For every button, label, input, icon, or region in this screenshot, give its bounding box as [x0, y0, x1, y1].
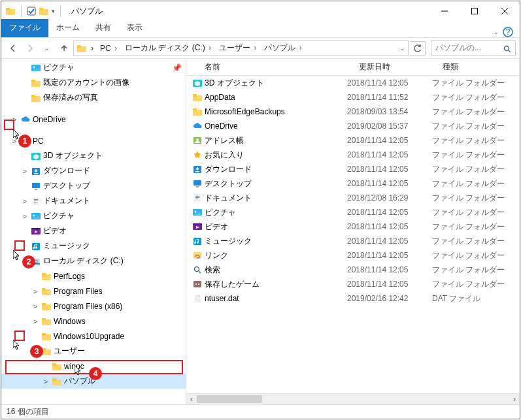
tree-label: 保存済みの写真: [42, 92, 98, 103]
tree-item[interactable]: >Windows: [1, 314, 186, 329]
address-box[interactable]: › PC › ローカル ディスク (C:) › ユーザー › パソブル › ⌄: [73, 40, 409, 56]
nav-back-button[interactable]: [5, 40, 21, 56]
minimize-button[interactable]: [429, 1, 460, 21]
ribbon-help[interactable]: ⌄ ?: [494, 27, 520, 37]
list-row[interactable]: MicrosoftEdgeBackups2018/09/03 13:54ファイル…: [186, 105, 520, 119]
tab-share[interactable]: 共有: [88, 19, 119, 37]
tree-item[interactable]: ピクチャ📌: [1, 60, 186, 75]
horizontal-scrollbar[interactable]: ‹ ›: [186, 393, 520, 404]
refresh-button[interactable]: [410, 41, 426, 56]
tab-file[interactable]: ファイル: [1, 19, 48, 37]
column-date[interactable]: 更新日時: [359, 61, 443, 73]
tree-label: Windows10Upgrade: [52, 332, 124, 341]
column-type[interactable]: 種類: [443, 61, 520, 73]
tree-item[interactable]: Windows10Upgrade: [1, 329, 186, 344]
folder-icon: [190, 92, 205, 103]
breadcrumb-disk[interactable]: ローカル ディスク (C:) ›: [122, 42, 215, 54]
list-row[interactable]: ドキュメント2018/12/08 16:29ファイル フォルダー: [186, 191, 520, 205]
tree-item[interactable]: 保存済みの写真: [1, 90, 186, 105]
nav-up-button[interactable]: [56, 40, 72, 56]
item-type: ファイル フォルダー: [432, 92, 511, 103]
item-date: 2018/11/14 12:05: [347, 265, 432, 274]
3d-icon: [30, 151, 42, 161]
item-type: ファイル フォルダー: [432, 106, 511, 118]
tree-item[interactable]: PerfLogs: [1, 268, 186, 283]
window-title: パソブル: [67, 6, 429, 17]
tree-item[interactable]: 3D オブジェクト: [1, 148, 186, 163]
expander-icon[interactable]: >: [20, 167, 30, 175]
tab-view[interactable]: 表示: [119, 19, 150, 37]
tree-item[interactable]: 既定のアカウントの画像: [1, 75, 186, 90]
list-row[interactable]: アドレス帳2018/11/14 12:05ファイル フォルダー: [186, 133, 520, 148]
tree-item[interactable]: >ダウンロード: [1, 163, 186, 178]
help-icon[interactable]: ?: [503, 27, 513, 37]
tree-item[interactable]: >Program Files: [1, 283, 186, 299]
expander-icon[interactable]: >: [30, 317, 41, 325]
tree-item[interactable]: ミュージック: [1, 238, 186, 253]
file-icon: [190, 293, 205, 304]
nav-history-dropdown[interactable]: ⌄: [39, 40, 55, 56]
address-dropdown-icon[interactable]: ⌄: [400, 45, 405, 52]
folder-icon: [51, 376, 63, 387]
column-headers[interactable]: 名前 更新日時 種類: [186, 59, 520, 76]
tree-item[interactable]: >OneDrive: [1, 112, 186, 127]
scroll-left-icon[interactable]: ‹: [186, 394, 197, 404]
list-row[interactable]: お気に入り2018/11/14 12:05ファイル フォルダー: [186, 148, 520, 162]
list-row[interactable]: 3D オブジェクト2018/11/14 12:05ファイル フォルダー: [186, 76, 520, 90]
expander-icon[interactable]: >: [30, 287, 41, 295]
tree-item[interactable]: デスクトップ: [1, 178, 186, 193]
close-button[interactable]: [490, 1, 520, 21]
tree-label: 既定のアカウントの画像: [42, 77, 129, 88]
item-type: ファイル フォルダー: [432, 236, 511, 247]
list-row[interactable]: AppData2018/11/14 11:52ファイル フォルダー: [186, 90, 520, 105]
item-date: 2018/11/14 12:05: [347, 236, 432, 246]
list-row[interactable]: 保存したゲーム2018/11/14 12:05ファイル フォルダー: [186, 277, 520, 291]
nav-forward-button[interactable]: [22, 40, 38, 56]
tab-home[interactable]: ホーム: [48, 19, 88, 37]
search-input[interactable]: パソブルの...: [431, 40, 516, 56]
pictures-icon: [30, 211, 42, 221]
scroll-thumb[interactable]: [197, 395, 262, 403]
ribbon-expand-icon[interactable]: ⌄: [494, 29, 499, 35]
list-row[interactable]: ダウンロード2018/11/14 12:05ファイル フォルダー: [186, 162, 520, 176]
expander-icon[interactable]: >: [20, 212, 30, 220]
expander-icon[interactable]: >: [30, 302, 41, 310]
search-placeholder: パソブルの...: [435, 42, 502, 54]
folder-icon: [41, 271, 52, 282]
list-row[interactable]: ミュージック2018/11/14 12:05ファイル フォルダー: [186, 234, 520, 248]
list-row[interactable]: OneDrive2019/02/08 15:37ファイル フォルダー: [186, 119, 520, 133]
properties-checkbox-icon[interactable]: [27, 7, 36, 16]
tree-item[interactable]: >ピクチャ: [1, 208, 186, 223]
breadcrumb-pc[interactable]: PC ›: [97, 44, 121, 53]
list-row[interactable]: ピクチャ2018/11/14 12:05ファイル フォルダー: [186, 205, 520, 219]
maximize-button[interactable]: [460, 1, 490, 21]
list-row[interactable]: リンク2018/11/14 12:05ファイル フォルダー: [186, 248, 520, 263]
scroll-right-icon[interactable]: ›: [509, 394, 520, 404]
tree-item[interactable]: >Program Files (x86): [1, 299, 186, 314]
expander-icon[interactable]: >: [41, 378, 51, 385]
item-name: ピクチャ: [205, 207, 347, 218]
tree-item[interactable]: ビデオ: [1, 223, 186, 238]
column-name[interactable]: 名前: [205, 61, 359, 73]
expander-icon[interactable]: >: [20, 197, 30, 205]
list-row[interactable]: デスクトップ2018/11/14 12:05ファイル フォルダー: [186, 176, 520, 191]
item-date: 2018/11/14 12:05: [347, 251, 432, 260]
item-date: 2018/11/14 12:05: [347, 208, 432, 217]
qat-dropdown-icon[interactable]: ▾: [52, 8, 55, 14]
list-row[interactable]: ビデオ2018/11/14 12:05ファイル フォルダー: [186, 219, 520, 234]
folder-icon: [41, 316, 52, 327]
item-date: 2018/11/14 12:05: [347, 280, 432, 289]
list-row[interactable]: 検索2018/11/14 12:05ファイル フォルダー: [186, 263, 520, 277]
item-name: MicrosoftEdgeBackups: [205, 107, 347, 116]
tree-label: 3D オブジェクト: [42, 150, 103, 161]
item-name: お気に入り: [205, 150, 347, 161]
breadcrumb-users[interactable]: ユーザー ›: [216, 42, 260, 54]
item-name: 検索: [205, 265, 347, 276]
pin-icon: 📌: [172, 63, 182, 73]
list-row[interactable]: ntuser.dat2019/02/16 12:42DAT ファイル: [186, 291, 520, 306]
tree-item[interactable]: >ドキュメント: [1, 193, 186, 208]
tree-item[interactable]: >ユーザー: [1, 344, 186, 359]
breadcrumb-sep[interactable]: ›: [88, 44, 96, 53]
navigation-pane[interactable]: ピクチャ📌既定のアカウントの画像保存済みの写真>OneDrive>PC3D オブ…: [1, 59, 186, 404]
breadcrumb-current[interactable]: パソブル ›: [261, 42, 305, 54]
